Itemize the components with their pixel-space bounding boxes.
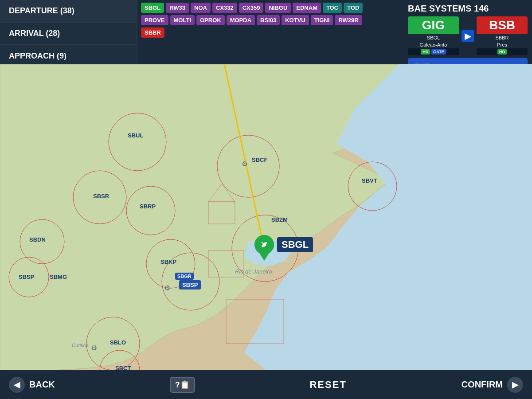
confirm-label: CONFIRM — [462, 379, 503, 390]
right-info-panel: BAE SYSTEMS 146 GIG SBGL Galeao-Anto HD … — [403, 0, 532, 64]
help-button[interactable]: ?📋 — [170, 377, 195, 393]
tag-prove[interactable]: PROVE — [141, 15, 168, 25]
left-nav-panel: DEPARTURE (38) ARRIVAL (28) APPROACH (9) — [0, 0, 137, 64]
help-icon: ?📋 — [175, 380, 190, 389]
reset-button[interactable]: RESET — [309, 379, 346, 391]
tag-sbbr[interactable]: SBBR — [141, 27, 164, 38]
svg-text:⚙: ⚙ — [242, 160, 248, 168]
destination-name: Pres — [477, 41, 528, 48]
tag-ednam[interactable]: EDNAM — [293, 3, 321, 13]
destination-code: BSB — [477, 16, 528, 34]
tag-cx332[interactable]: CX332 — [212, 3, 237, 13]
tag-nibgu[interactable]: NIBGU — [265, 3, 291, 13]
origin-icao: SBGL — [408, 34, 459, 41]
tag-mopda[interactable]: MOPDA — [227, 15, 255, 25]
origin-badge-gate: GATE — [431, 49, 446, 55]
tag-toc[interactable]: TOC — [323, 3, 342, 13]
tag-oprok[interactable]: OPROK — [196, 15, 225, 25]
destination-icao: SBBR — [477, 34, 528, 41]
map-svg: ⚙ ⚙ ⚙ ⚙ — [0, 64, 532, 370]
tag-kotvu[interactable]: KOTVU — [282, 15, 309, 25]
tag-molti[interactable]: MOLTI — [170, 15, 195, 25]
route-arrow-button[interactable]: ▶ — [462, 30, 474, 42]
tag-cx359[interactable]: CX359 — [239, 3, 264, 13]
arrival-nav[interactable]: ARRIVAL (28) — [0, 23, 137, 45]
tags-row-2: PROVE MOLTI OPROK MOPDA BSI03 KOTVU TIGN… — [141, 15, 400, 25]
map-area[interactable]: ⚙ ⚙ ⚙ ⚙ SBGL SBSP SBGR SBUL SBCF SBVT SB… — [0, 64, 532, 370]
aircraft-title: BAE SYSTEMS 146 — [408, 4, 528, 14]
svg-text:⚙: ⚙ — [164, 284, 170, 292]
confirm-button[interactable]: CONFIRM ▶ — [462, 377, 523, 393]
route-display: GIG SBGL Galeao-Anto HD GATE ▶ BSB SBBR … — [408, 16, 528, 55]
destination-badges: HD — [477, 48, 528, 55]
sbgr-label: SBGR — [175, 273, 194, 280]
tag-noa[interactable]: NOA — [191, 3, 211, 13]
origin-box[interactable]: GIG SBGL Galeao-Anto HD GATE — [408, 16, 459, 55]
tag-rw29r[interactable]: RW29R — [335, 15, 362, 25]
origin-code: GIG — [408, 16, 459, 34]
destination-box[interactable]: BSB SBBR Pres HD — [477, 16, 528, 55]
back-icon: ◀ — [9, 377, 25, 393]
confirm-icon: ▶ — [507, 377, 523, 393]
departure-nav[interactable]: DEPARTURE (38) — [0, 0, 137, 23]
origin-badges: HD GATE — [408, 48, 459, 55]
tag-tigni[interactable]: TIGNI — [311, 15, 333, 25]
sbsp-label: SBSP — [179, 280, 201, 289]
back-button[interactable]: ◀ BACK — [9, 377, 55, 393]
sbgl-label: SBGL — [277, 237, 313, 252]
svg-text:⚙: ⚙ — [91, 344, 97, 352]
top-bar: DEPARTURE (38) ARRIVAL (28) APPROACH (9)… — [0, 0, 532, 64]
tag-sbgl[interactable]: SBGL — [141, 3, 164, 13]
tag-bsi03[interactable]: BSI03 — [257, 15, 280, 25]
tag-tod[interactable]: TOD — [344, 3, 363, 13]
tags-row-1: SBGL RW33 NOA CX332 CX359 NIBGU EDNAM TO… — [141, 3, 400, 13]
bottom-bar: ◀ BACK ?📋 RESET CONFIRM ▶ — [0, 370, 532, 399]
origin-name: Galeao-Anto — [408, 41, 459, 48]
back-label: BACK — [29, 379, 55, 390]
tag-rw33[interactable]: RW33 — [166, 3, 189, 13]
tags-panel: SBGL RW33 NOA CX332 CX359 NIBGU EDNAM TO… — [137, 0, 403, 64]
destination-badge-hd: HD — [497, 49, 507, 55]
tags-row-3: SBBR — [141, 27, 400, 38]
origin-badge-hd: HD — [421, 49, 430, 55]
curitiba-label: Curitiba — [72, 343, 89, 348]
rio-label: Rio de Janeiro — [235, 268, 272, 275]
svg-point-29 — [262, 243, 266, 246]
sbgl-pin[interactable] — [254, 235, 275, 261]
